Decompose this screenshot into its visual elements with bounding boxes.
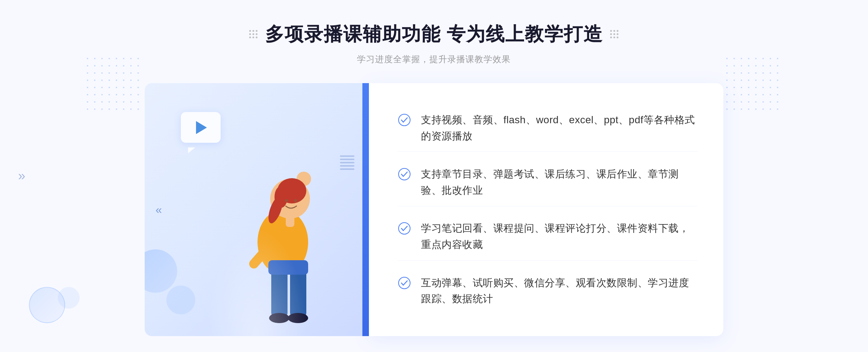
feature-text-4: 互动弹幕、试听购买、微信分享、观看次数限制、学习进度跟踪、数据统计 [421,275,698,308]
header-title-row: 多项录播课辅助功能 专为线上教学打造 [249,22,619,47]
svg-point-17 [399,168,410,180]
circle-decoration-1 [145,249,177,293]
check-icon-3 [398,222,411,235]
feature-text-3: 学习笔记回看、课程提问、课程评论打分、课件资料下载，重点内容收藏 [421,220,698,253]
svg-rect-15 [268,260,308,275]
dot-decoration-left [87,58,142,113]
feature-item-1: 支持视频、音频、flash、word、excel、ppt、pdf等各种格式的资源… [398,105,698,152]
play-button-bubble [181,112,221,143]
svg-rect-10 [286,216,294,227]
svg-point-13 [269,313,289,323]
check-icon-2 [398,168,411,181]
header-subtitle: 学习进度全掌握，提升录播课教学效果 [249,53,619,65]
feature-item-4: 互动弹幕、试听购买、微信分享、观看次数限制、学习进度跟踪、数据统计 [398,268,698,315]
right-panel: 支持视频、音频、flash、word、excel、ppt、pdf等各种格式的资源… [369,83,723,336]
title-decoration-left [249,30,258,39]
play-icon [196,121,207,134]
left-panel: « [145,83,369,336]
check-icon-4 [398,276,411,289]
main-title: 多项录播课辅助功能 专为线上教学打造 [265,22,603,47]
arrow-decoration: « [156,203,162,216]
feature-item-3: 学习笔记回看、课程提问、课程评论打分、课件资料下载，重点内容收藏 [398,213,698,261]
svg-point-9 [294,199,297,202]
feature-text-2: 支持章节目录、弹题考试、课后练习、课后作业、章节测验、批改作业 [421,166,698,199]
circle-decoration-2 [166,286,195,314]
svg-point-18 [399,223,410,234]
person-illustration [218,126,348,336]
feature-text-1: 支持视频、音频、flash、word、excel、ppt、pdf等各种格式的资源… [421,112,698,145]
header-section: 多项录播课辅助功能 专为线上教学打造 学习进度全掌握，提升录播课教学效果 [249,22,619,65]
svg-point-19 [399,277,410,289]
check-icon-1 [398,113,411,126]
svg-rect-12 [290,267,306,318]
svg-point-16 [399,114,410,126]
page-wrapper: » 多项录播课辅助功能 专为线上教学打造 学习进度全掌握，提升录播课教学效果 [0,0,868,352]
svg-point-14 [288,313,308,323]
svg-point-8 [285,199,288,202]
accent-bar [362,83,369,336]
page-circle-2 [58,287,80,309]
feature-item-2: 支持章节目录、弹题考试、课后练习、课后作业、章节测验、批改作业 [398,159,698,206]
svg-rect-11 [271,267,288,318]
play-bubble-tail [188,147,195,153]
left-panel-background: « [145,83,369,336]
content-area: « [145,83,723,336]
title-decoration-right [610,30,619,39]
side-arrow-left: » [18,168,25,184]
dot-decoration-right [726,58,781,113]
